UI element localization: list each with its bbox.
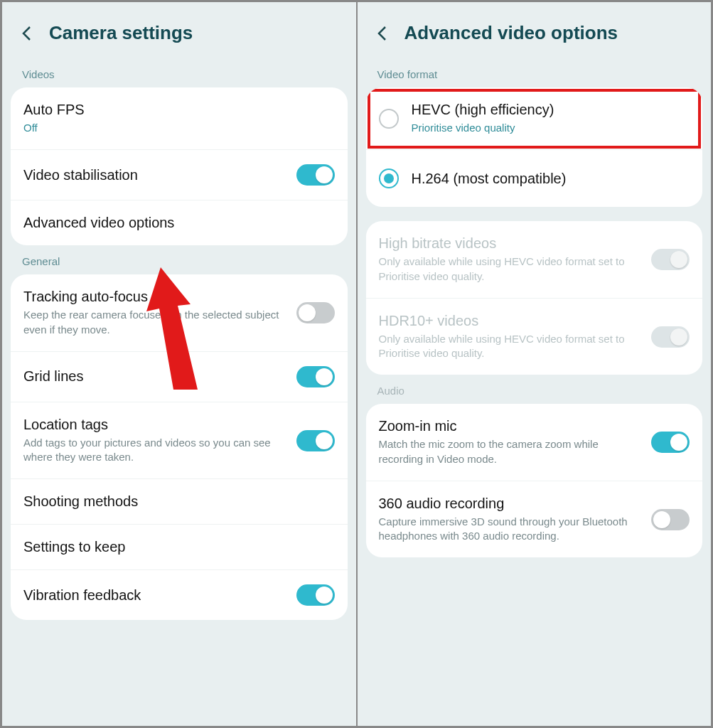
radio-hevc[interactable] [379,109,399,129]
row-title: High bitrate videos [379,235,643,252]
row-sub: Prioritise video quality [412,121,668,135]
row-grid-lines[interactable]: Grid lines [11,352,348,402]
chevron-left-icon [377,26,387,41]
row-shooting-methods[interactable]: Shooting methods [11,479,348,525]
card-video-extras: High bitrate videos Only available while… [366,221,703,375]
row-high-bitrate: High bitrate videos Only available while… [366,221,703,299]
toggle-360-audio[interactable] [651,509,690,530]
radio-row-h264[interactable]: H.264 (most compatible) [366,150,703,207]
toggle-location-tags[interactable] [296,430,335,451]
row-sub: Only available while using HEVC video fo… [379,255,635,284]
toggle-grid-lines[interactable] [296,366,335,387]
row-title: 360 audio recording [379,496,643,512]
card-audio: Zoom-in mic Match the mic zoom to the ca… [366,404,703,557]
toggle-high-bitrate [651,249,690,270]
row-title: Location tags [23,417,288,433]
chevron-left-icon [21,26,31,41]
section-label-video-format: Video format [358,58,712,87]
toggle-zoom-in-mic[interactable] [651,432,690,453]
page-title: Camera settings [49,22,193,44]
card-general: Tracking auto-focus Keep the rear camera… [11,274,348,620]
advanced-video-options-pane: Advanced video options Video format HEVC… [357,0,714,728]
row-title: H.264 (most compatible) [412,171,690,187]
camera-settings-pane: Camera settings Videos Auto FPS Off Vide… [0,0,357,728]
row-location-tags[interactable]: Location tags Add tags to your pictures … [11,402,348,480]
row-vibration-feedback[interactable]: Vibration feedback [11,570,348,620]
row-title: Shooting methods [23,493,335,510]
row-advanced-video-options[interactable]: Advanced video options [11,200,348,245]
row-settings-to-keep[interactable]: Settings to keep [11,525,348,570]
row-360-audio[interactable]: 360 audio recording Capture immersive 3D… [366,481,703,558]
card-videos: Auto FPS Off Video stabilisation Advance… [11,87,348,245]
radio-row-hevc[interactable]: HEVC (high efficiency) Prioritise video … [366,87,703,150]
radio-h264[interactable] [379,168,399,188]
row-zoom-in-mic[interactable]: Zoom-in mic Match the mic zoom to the ca… [366,404,703,481]
row-title: Auto FPS [23,102,335,118]
section-label-audio: Audio [358,375,712,404]
row-auto-fps[interactable]: Auto FPS Off [11,87,348,150]
row-video-stabilisation[interactable]: Video stabilisation [11,150,348,200]
header: Camera settings [2,2,356,58]
section-label-general: General [2,245,356,274]
row-title: Advanced video options [23,215,335,231]
row-title: Vibration feedback [23,587,288,604]
row-title: HEVC (high efficiency) [412,102,690,118]
row-title: Video stabilisation [23,167,288,183]
back-button[interactable] [18,25,35,42]
toggle-vibration-feedback[interactable] [296,584,335,606]
toggle-tracking-auto-focus[interactable] [296,302,335,323]
page-title: Advanced video options [404,22,618,44]
section-label-videos: Videos [2,58,356,87]
row-sub: Match the mic zoom to the camera zoom wh… [379,437,635,466]
row-hdr10: HDR10+ videos Only available while using… [366,299,703,375]
row-sub: Add tags to your pictures and videos so … [23,436,279,465]
row-title: HDR10+ videos [379,313,643,329]
back-button[interactable] [373,25,390,42]
row-title: Tracking auto-focus [23,289,288,305]
row-title: Grid lines [23,368,288,385]
row-title: Zoom-in mic [379,418,643,434]
row-sub: Keep the rear camera focused on the sele… [23,308,279,337]
toggle-video-stabilisation[interactable] [296,164,335,186]
toggle-hdr10 [651,326,690,348]
row-title: Settings to keep [23,539,335,555]
row-status: Off [23,121,279,135]
row-sub: Only available while using HEVC video fo… [379,332,635,361]
header: Advanced video options [358,2,712,58]
row-sub: Capture immersive 3D sound through your … [379,515,635,544]
card-video-format: HEVC (high efficiency) Prioritise video … [366,87,703,207]
row-tracking-auto-focus[interactable]: Tracking auto-focus Keep the rear camera… [11,274,348,352]
